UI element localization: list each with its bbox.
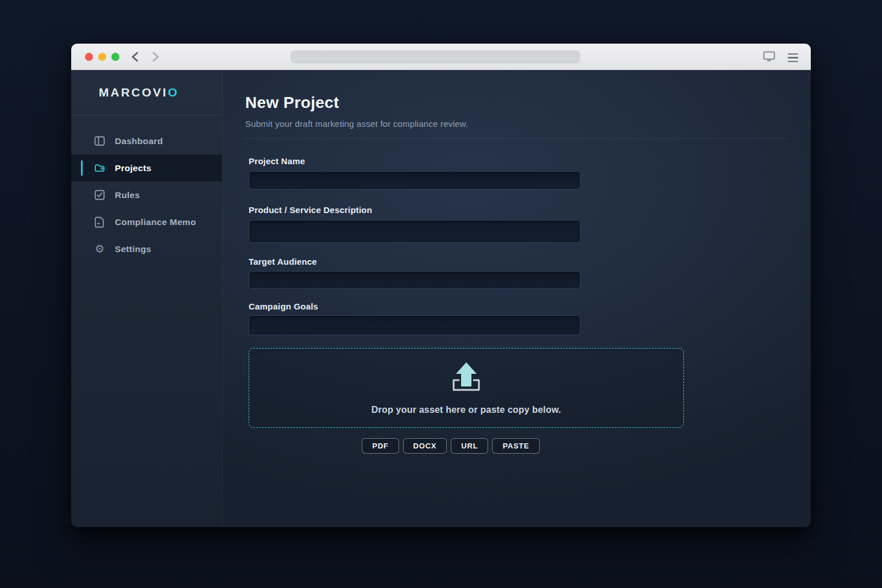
sidebar: MARCOVIO Dashboard xyxy=(71,70,223,527)
sidebar-item-compliance-memo[interactable]: Compliance Memo xyxy=(71,208,222,235)
new-project-form: Project Name Product / Service Descripti… xyxy=(249,156,788,454)
format-buttons: PDF DOCX URL PASTE xyxy=(233,438,668,454)
main-content: New Project Submit your draft marketing … xyxy=(223,70,811,527)
memo-icon xyxy=(94,216,105,227)
sidebar-item-dashboard[interactable]: Dashboard xyxy=(71,127,222,154)
menu-icon[interactable] xyxy=(788,53,798,62)
url-button[interactable]: URL xyxy=(451,438,488,454)
sidebar-nav: Dashboard Projects xyxy=(71,115,222,262)
page-subtitle: Submit your draft marketing asset for co… xyxy=(245,119,788,129)
sidebar-item-label: Projects xyxy=(115,163,152,173)
address-bar[interactable] xyxy=(291,51,580,63)
upload-icon xyxy=(446,361,487,397)
divider xyxy=(245,138,788,139)
asset-dropzone[interactable]: Drop your asset here or paste copy below… xyxy=(249,348,684,428)
sidebar-item-rules[interactable]: Rules xyxy=(71,181,222,208)
browser-chrome xyxy=(71,44,811,70)
sidebar-item-label: Compliance Memo xyxy=(115,217,196,227)
project-name-label: Project Name xyxy=(249,156,788,166)
product-service-description-label: Product / Service Description xyxy=(249,205,788,215)
gear-icon: ⚙ xyxy=(94,243,105,254)
product-service-description-input[interactable] xyxy=(249,220,581,243)
project-name-input[interactable] xyxy=(249,171,581,189)
dropzone-text: Drop your asset here or paste copy below… xyxy=(372,405,561,415)
logo: MARCOVIO xyxy=(71,70,222,115)
pdf-button[interactable]: PDF xyxy=(362,438,399,454)
forward-button[interactable] xyxy=(152,52,160,64)
browser-window: MARCOVIO Dashboard xyxy=(71,44,811,527)
page-title: New Project xyxy=(245,94,788,112)
rules-icon xyxy=(94,189,105,200)
back-button[interactable] xyxy=(131,52,139,64)
dashboard-icon xyxy=(94,136,105,146)
sidebar-item-label: Settings xyxy=(115,244,152,254)
logo-accent: O xyxy=(168,86,179,99)
campaign-goals-input[interactable] xyxy=(249,315,581,335)
sidebar-item-settings[interactable]: ⚙ Settings xyxy=(71,235,222,262)
target-audience-input[interactable] xyxy=(249,271,581,289)
sidebar-item-label: Rules xyxy=(115,190,140,200)
campaign-goals-label: Campaign Goals xyxy=(249,301,788,311)
projects-icon xyxy=(94,163,105,173)
traffic-lights xyxy=(85,53,119,61)
docx-button[interactable]: DOCX xyxy=(403,438,447,454)
sidebar-item-projects[interactable]: Projects xyxy=(71,154,222,181)
close-button[interactable] xyxy=(85,53,93,61)
zoom-button[interactable] xyxy=(111,53,119,61)
target-audience-label: Target Audience xyxy=(249,257,788,266)
paste-button[interactable]: PASTE xyxy=(492,438,539,454)
minimize-button[interactable] xyxy=(98,53,106,61)
sidebar-item-label: Dashboard xyxy=(115,136,163,146)
logo-text: MARCOVI xyxy=(99,86,168,99)
monitor-icon[interactable] xyxy=(763,51,775,64)
